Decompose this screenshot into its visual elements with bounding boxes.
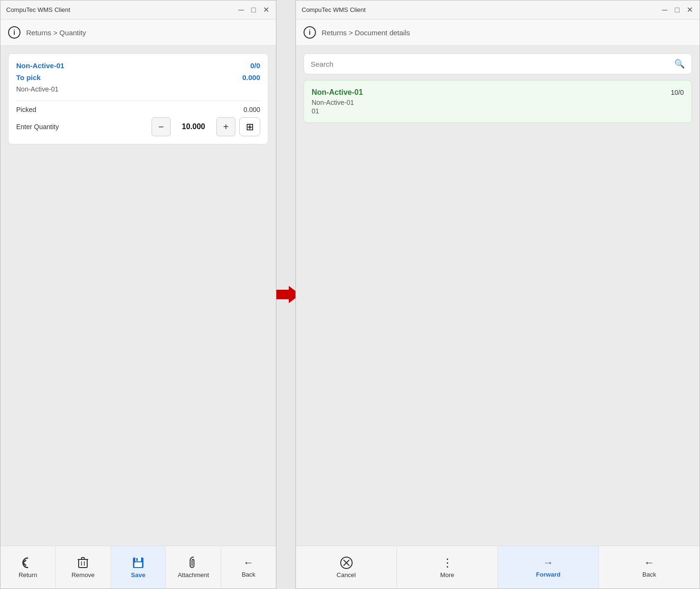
left-toolbar: Return Remove Save A <box>0 546 276 589</box>
svg-rect-7 <box>134 562 142 567</box>
right-toolbar: Cancel ⋮ More → Forward ← Back <box>296 546 700 589</box>
left-breadcrumb: Returns > Quantity <box>26 29 86 37</box>
more-button[interactable]: ⋮ More <box>397 546 498 589</box>
qty-calculator-button[interactable]: ⊞ <box>239 117 260 136</box>
trash-icon <box>77 556 89 569</box>
right-close-button[interactable]: ✕ <box>685 6 694 14</box>
return-button[interactable]: Return <box>0 546 56 589</box>
right-window-controls: ─ □ ✕ <box>660 6 694 14</box>
right-window: CompuTec WMS Client ─ □ ✕ i Returns > Do… <box>295 0 700 589</box>
save-button[interactable]: Save <box>111 546 166 589</box>
result-card[interactable]: Non-Active-01 10/0 Non-Active-01 01 <box>304 80 692 123</box>
search-container: 🔍 <box>304 53 692 74</box>
remove-label: Remove <box>71 571 94 579</box>
left-back-button[interactable]: ← Back <box>221 546 276 589</box>
item-name-label: Non-Active-01 <box>16 61 64 70</box>
right-header-bar: i Returns > Document details <box>296 20 700 46</box>
left-title-bar: CompuTec WMS Client ─ □ ✕ <box>0 0 276 20</box>
to-pick-row: To pick 0.000 <box>16 73 260 81</box>
result-title: Non-Active-01 <box>312 88 363 97</box>
maximize-button[interactable]: □ <box>249 6 258 14</box>
item-qty-value: 0/0 <box>250 61 260 70</box>
right-minimize-button[interactable]: ─ <box>660 6 669 14</box>
return-label: Return <box>19 571 37 579</box>
more-dots-icon: ⋮ <box>442 556 453 569</box>
save-label: Save <box>131 571 145 579</box>
cancel-label: Cancel <box>336 571 355 579</box>
attachment-icon <box>188 556 199 569</box>
qty-label: Enter Quantity <box>16 123 59 131</box>
divider <box>16 101 260 101</box>
search-input[interactable] <box>311 60 670 68</box>
result-qty: 10/0 <box>671 89 684 96</box>
left-window: CompuTec WMS Client ─ □ ✕ i Returns > Qu… <box>0 0 276 589</box>
right-info-icon[interactable]: i <box>304 26 316 39</box>
svg-rect-0 <box>79 559 87 568</box>
right-back-icon: ← <box>644 557 655 569</box>
save-icon <box>132 556 145 569</box>
attachment-button[interactable]: Attachment <box>166 546 221 589</box>
minimize-button[interactable]: ─ <box>237 6 245 14</box>
qty-controls: − 10.000 + ⊞ <box>152 117 260 136</box>
qty-plus-button[interactable]: + <box>216 117 235 136</box>
left-header-bar: i Returns > Quantity <box>0 20 276 46</box>
qty-value-display: 10.000 <box>174 122 213 131</box>
picked-row: Picked 0.000 <box>16 106 260 113</box>
close-button[interactable]: ✕ <box>262 6 270 14</box>
forward-label: Forward <box>536 571 560 578</box>
result-title-row: Non-Active-01 10/0 <box>312 88 684 97</box>
left-window-title: CompuTec WMS Client <box>6 6 70 13</box>
forward-button[interactable]: → Forward <box>498 546 599 589</box>
attachment-label: Attachment <box>178 571 209 579</box>
svg-rect-6 <box>135 558 141 561</box>
right-maximize-button[interactable]: □ <box>673 6 681 14</box>
right-back-button[interactable]: ← Back <box>599 546 700 589</box>
left-window-controls: ─ □ ✕ <box>237 6 270 14</box>
remove-button[interactable]: Remove <box>56 546 111 589</box>
quantity-card: Non-Active-01 0/0 To pick 0.000 Non-Acti… <box>8 53 268 144</box>
picked-value: 0.000 <box>243 106 260 113</box>
svg-rect-2 <box>81 558 84 559</box>
left-main-content: Non-Active-01 0/0 To pick 0.000 Non-Acti… <box>0 46 276 546</box>
back-arrow-icon: ← <box>243 557 254 569</box>
more-label: More <box>440 571 455 579</box>
right-window-title: CompuTec WMS Client <box>302 6 365 13</box>
result-sub1: Non-Active-01 <box>312 99 684 106</box>
return-icon <box>21 556 34 569</box>
info-icon[interactable]: i <box>8 26 20 39</box>
left-back-label: Back <box>242 571 255 578</box>
search-icon: 🔍 <box>674 59 685 69</box>
quantity-row: Enter Quantity − 10.000 + ⊞ <box>16 117 260 136</box>
right-title-bar: CompuTec WMS Client ─ □ ✕ <box>296 0 700 20</box>
item-name-row: Non-Active-01 0/0 <box>16 61 260 70</box>
right-breadcrumb: Returns > Document details <box>322 29 410 37</box>
cancel-icon <box>340 556 353 569</box>
right-main-content: 🔍 Non-Active-01 10/0 Non-Active-01 01 <box>296 46 700 546</box>
transition-arrow-container <box>276 0 295 589</box>
cancel-button[interactable]: Cancel <box>296 546 397 589</box>
svg-rect-8 <box>136 558 138 561</box>
card-subtitle: Non-Active-01 <box>16 85 260 93</box>
right-back-label: Back <box>642 571 656 578</box>
forward-icon: → <box>543 557 554 569</box>
result-sub2: 01 <box>312 107 684 115</box>
qty-minus-button[interactable]: − <box>152 117 171 136</box>
to-pick-value: 0.000 <box>242 73 260 81</box>
to-pick-label: To pick <box>16 73 41 81</box>
picked-label: Picked <box>16 106 36 113</box>
